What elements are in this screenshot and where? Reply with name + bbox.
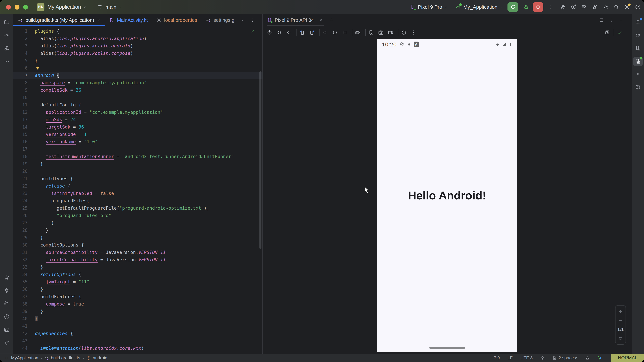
line-number[interactable]: 44 bbox=[14, 345, 35, 352]
breadcrumb-item[interactable]: android bbox=[86, 355, 107, 361]
line-number[interactable]: 37 bbox=[14, 293, 35, 300]
vim-mode-badge[interactable]: NORMAL bbox=[611, 354, 644, 362]
toolwindow-shapes-button[interactable] bbox=[2, 43, 12, 53]
line-number[interactable]: 1 bbox=[14, 27, 35, 35]
line-number[interactable]: 2 bbox=[14, 35, 35, 42]
line-number[interactable]: 6 bbox=[14, 64, 35, 72]
line-number[interactable]: 5 bbox=[14, 57, 35, 64]
line-number[interactable]: 30 bbox=[14, 241, 35, 249]
zoom-actual-size-button[interactable]: 1:1 bbox=[617, 327, 624, 332]
line-number[interactable]: 31 bbox=[14, 249, 35, 256]
line-number[interactable]: 15 bbox=[14, 131, 35, 138]
device-settings-icon[interactable] bbox=[368, 30, 374, 35]
zoom-in-button[interactable]: + bbox=[618, 309, 622, 314]
toolwindow-bell-button[interactable] bbox=[633, 17, 643, 27]
caret-position-widget[interactable]: 7:9 bbox=[494, 355, 500, 361]
line-number[interactable]: 22 bbox=[14, 182, 35, 190]
toolwindow-terminal-button[interactable] bbox=[2, 325, 12, 335]
find-in-window-icon[interactable] bbox=[604, 30, 610, 35]
lock-open-icon[interactable] bbox=[585, 356, 590, 360]
toolwindow-gemini-sparkle-button[interactable] bbox=[633, 70, 643, 79]
rerun-button[interactable] bbox=[508, 2, 518, 12]
line-number[interactable]: 28 bbox=[14, 227, 35, 234]
hardware-input-icon[interactable] bbox=[355, 30, 361, 35]
line-number[interactable]: 36 bbox=[14, 286, 35, 293]
zoom-out-button[interactable]: − bbox=[618, 318, 622, 323]
line-number[interactable]: 19 bbox=[14, 160, 35, 168]
kebab-icon[interactable] bbox=[411, 30, 416, 35]
close-icon[interactable] bbox=[97, 18, 100, 22]
line-number[interactable]: 43 bbox=[14, 337, 35, 345]
kebab-icon[interactable] bbox=[250, 18, 255, 22]
gradle-sync-icon[interactable] bbox=[603, 4, 608, 10]
rotate-left-icon[interactable] bbox=[299, 30, 305, 35]
line-number[interactable]: 34 bbox=[14, 271, 35, 278]
volume-up-icon[interactable] bbox=[276, 30, 282, 35]
vcs-branch-widget[interactable]: main bbox=[98, 4, 122, 10]
device-selector[interactable]: Pixel 9 Pro bbox=[418, 4, 442, 10]
code-editor[interactable]: 1plugins {2 alias(libs.plugins.android.a… bbox=[14, 26, 262, 354]
run-configuration-selector[interactable]: My_Application bbox=[464, 4, 498, 10]
line-number[interactable]: 33 bbox=[14, 264, 35, 271]
run-list-icon[interactable] bbox=[581, 4, 587, 10]
line-number[interactable]: 29 bbox=[14, 234, 35, 241]
screenshot-icon[interactable] bbox=[378, 30, 384, 35]
project-widget[interactable]: My Application bbox=[48, 4, 81, 10]
back-icon[interactable] bbox=[322, 30, 328, 35]
line-number[interactable]: 27 bbox=[14, 219, 35, 227]
device-screen[interactable]: 10:20 A Hello Android! bbox=[377, 39, 517, 352]
line-number[interactable]: 7 bbox=[14, 72, 35, 79]
toolwindow-running-devices-button[interactable] bbox=[633, 57, 643, 66]
line-number[interactable]: 8 bbox=[14, 79, 35, 86]
line-number[interactable]: 18 bbox=[14, 153, 35, 160]
ideavim-icon[interactable] bbox=[598, 356, 602, 361]
minimize-window-button[interactable] bbox=[14, 5, 20, 9]
device-tab[interactable]: Pixel 9 Pro API 34 bbox=[267, 14, 324, 26]
toolwindow-gemini-button[interactable] bbox=[2, 286, 12, 295]
debug-button[interactable] bbox=[523, 4, 529, 10]
rotate-right-icon[interactable] bbox=[309, 30, 315, 35]
line-number[interactable]: 17 bbox=[14, 145, 35, 153]
toolwindow-profiler-button[interactable] bbox=[2, 299, 12, 308]
line-number[interactable]: 13 bbox=[14, 116, 35, 123]
build-hammer-icon[interactable] bbox=[560, 4, 566, 10]
toolwindow-more-horizontal-button[interactable] bbox=[2, 57, 12, 66]
more-actions-button[interactable] bbox=[548, 5, 552, 9]
attach-debugger-icon[interactable] bbox=[592, 4, 598, 10]
close-window-button[interactable] bbox=[6, 5, 11, 9]
open-new-icon[interactable] bbox=[600, 18, 604, 22]
profile-icon[interactable] bbox=[635, 4, 641, 10]
line-number[interactable]: 10 bbox=[14, 94, 35, 101]
line-number[interactable]: 3 bbox=[14, 42, 35, 50]
line-number[interactable]: 26 bbox=[14, 212, 35, 219]
line-number[interactable]: 42 bbox=[14, 330, 35, 337]
add-device-tab-button[interactable] bbox=[329, 17, 334, 23]
line-number[interactable]: 40 bbox=[14, 315, 35, 323]
toolwindow-folder-button[interactable] bbox=[2, 17, 12, 27]
line-number[interactable]: 35 bbox=[14, 278, 35, 286]
line-number[interactable]: 16 bbox=[14, 138, 35, 145]
toolwindow-device-manager-button[interactable] bbox=[633, 43, 643, 53]
line-ending-widget[interactable]: LF bbox=[508, 355, 512, 361]
line-number[interactable]: 14 bbox=[14, 123, 35, 131]
sync-a-icon[interactable] bbox=[570, 4, 576, 10]
editor-tab-3[interactable]: settings.g bbox=[202, 14, 239, 26]
ai-assistant-off-icon[interactable] bbox=[540, 356, 545, 360]
chevron-down-icon[interactable] bbox=[240, 18, 244, 22]
breadcrumb-item[interactable]: MyApplication bbox=[5, 355, 38, 361]
screen-record-icon[interactable] bbox=[388, 30, 394, 35]
line-number[interactable]: 23 bbox=[14, 190, 35, 197]
toolwindow-hammer-button[interactable] bbox=[2, 273, 12, 282]
toolwindow-problems-button[interactable] bbox=[2, 312, 12, 322]
line-number[interactable]: 39 bbox=[14, 308, 35, 315]
line-number[interactable]: 9 bbox=[14, 86, 35, 94]
toolwindow-commit-button[interactable] bbox=[2, 30, 12, 40]
editor-tab-0[interactable]: build.gradle.kts (My Application) bbox=[14, 14, 105, 26]
power-icon[interactable] bbox=[267, 30, 272, 35]
intention-bulb-icon[interactable] bbox=[35, 65, 40, 71]
toolwindow-airplane-button[interactable] bbox=[633, 83, 643, 92]
line-number[interactable]: 41 bbox=[14, 323, 35, 330]
toolwindow-git-branch-button[interactable] bbox=[2, 338, 12, 348]
line-number[interactable]: 4 bbox=[14, 50, 35, 57]
search-icon[interactable] bbox=[614, 4, 619, 10]
